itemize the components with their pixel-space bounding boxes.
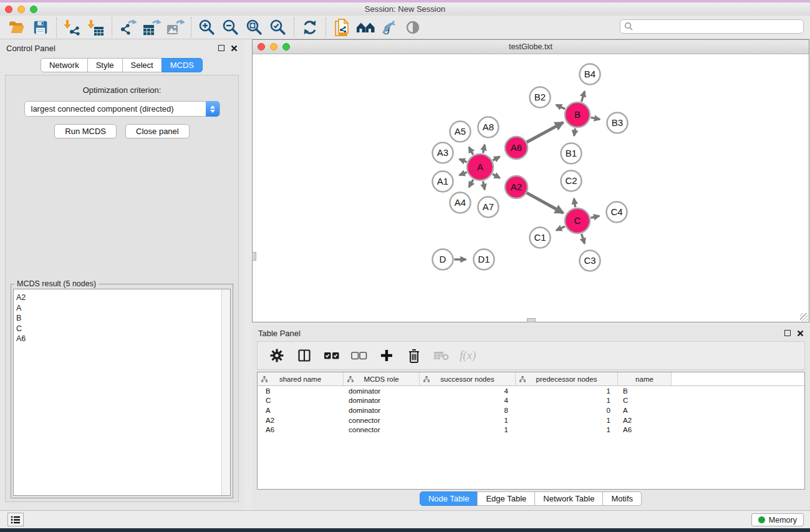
memory-button[interactable]: Memory bbox=[751, 513, 804, 526]
tab-network-table[interactable]: Network Table bbox=[534, 491, 603, 506]
columns-icon[interactable] bbox=[295, 346, 314, 365]
search-box[interactable] bbox=[620, 19, 804, 34]
graph-edge-A-A1[interactable] bbox=[460, 172, 467, 175]
graph-edge-C-C3[interactable] bbox=[582, 234, 585, 244]
table-cell[interactable]: B bbox=[618, 387, 672, 395]
column-header-shared-name[interactable]: shared name bbox=[258, 372, 344, 385]
result-list-item[interactable]: C bbox=[16, 324, 230, 334]
tab-node-table[interactable]: Node Table bbox=[420, 491, 478, 506]
graph-edge-A-A7[interactable] bbox=[483, 181, 485, 190]
graph-node-C1[interactable]: C1 bbox=[530, 228, 551, 248]
tab-mcds[interactable]: MCDS bbox=[162, 58, 203, 72]
table-cell[interactable]: connector bbox=[344, 426, 420, 433]
graph-node-C[interactable]: C bbox=[565, 208, 590, 233]
search-input[interactable] bbox=[636, 22, 803, 31]
table-cell[interactable]: dominator bbox=[344, 407, 420, 414]
float-table-panel-icon[interactable] bbox=[784, 330, 791, 336]
graph-node-B3[interactable]: B3 bbox=[607, 113, 628, 133]
table-cell[interactable]: 4 bbox=[420, 387, 516, 395]
tab-select[interactable]: Select bbox=[122, 58, 162, 72]
table-cell[interactable]: 4 bbox=[420, 397, 516, 404]
column-header-MCDS-role[interactable]: MCDS role bbox=[344, 372, 420, 385]
graph-node-A6[interactable]: A6 bbox=[505, 137, 528, 159]
run-mcds-button[interactable]: Run MCDS bbox=[54, 124, 117, 138]
table-cell[interactable]: 1 bbox=[516, 417, 618, 424]
export-network-icon[interactable] bbox=[116, 17, 140, 38]
open-session-icon[interactable] bbox=[330, 17, 354, 38]
clear-table-icon[interactable] bbox=[432, 346, 451, 365]
table-cell[interactable]: 1 bbox=[516, 426, 618, 433]
result-list-item[interactable]: A6 bbox=[16, 334, 230, 344]
graph-node-A[interactable]: A bbox=[467, 154, 493, 180]
add-column-icon[interactable] bbox=[377, 346, 396, 365]
zoom-fit-icon[interactable] bbox=[243, 17, 266, 38]
table-cell[interactable]: dominator bbox=[344, 387, 420, 395]
table-cell[interactable]: A2 bbox=[258, 417, 344, 424]
import-table-icon[interactable] bbox=[84, 17, 108, 38]
graph-edge-A-A5[interactable] bbox=[469, 147, 473, 155]
graph-node-B2[interactable]: B2 bbox=[530, 87, 551, 108]
graph-node-D[interactable]: D bbox=[433, 249, 453, 270]
column-header-successor-nodes[interactable]: successor nodes bbox=[420, 372, 516, 385]
network-left-scrollbar[interactable] bbox=[252, 252, 256, 261]
graph-edge-A-A2[interactable] bbox=[493, 174, 500, 178]
network-bottom-scrollbar[interactable] bbox=[527, 318, 536, 322]
graph-node-A2[interactable]: A2 bbox=[505, 176, 528, 198]
table-cell[interactable]: A bbox=[258, 407, 344, 414]
table-cell[interactable]: A bbox=[618, 407, 672, 414]
graph-node-C3[interactable]: C3 bbox=[580, 251, 600, 271]
table-cell[interactable]: A6 bbox=[258, 426, 344, 433]
toggle-graphics-details-icon[interactable]: g bbox=[377, 17, 401, 38]
select-all-icon[interactable] bbox=[322, 346, 341, 365]
graph-edge-C-C1[interactable] bbox=[556, 226, 565, 230]
graph-edge-C-C2[interactable] bbox=[574, 198, 575, 207]
table-cell[interactable]: 8 bbox=[420, 407, 516, 414]
graph-edge-C-C4[interactable] bbox=[591, 216, 599, 218]
graph-node-A3[interactable]: A3 bbox=[433, 143, 453, 163]
close-panel-button[interactable]: Close panel bbox=[125, 124, 190, 138]
network-window-titlebar[interactable]: testGlobe.txt bbox=[253, 40, 809, 54]
close-table-panel-icon[interactable] bbox=[797, 330, 804, 337]
deselect-all-icon[interactable] bbox=[350, 346, 369, 365]
tab-motifs[interactable]: Motifs bbox=[602, 491, 642, 506]
graph-edge-A2-C[interactable] bbox=[527, 193, 564, 213]
show-hide-icon[interactable] bbox=[401, 17, 425, 38]
gear-icon[interactable] bbox=[268, 346, 286, 365]
table-cell[interactable]: C bbox=[258, 397, 344, 404]
result-list-item[interactable]: B bbox=[16, 313, 230, 324]
zoom-out-icon[interactable] bbox=[219, 17, 243, 38]
graph-edge-B-B3[interactable] bbox=[591, 117, 600, 119]
mcds-result-list[interactable]: A2ABCA6 bbox=[13, 289, 231, 496]
column-header-predecessor-nodes[interactable]: predecessor nodes bbox=[516, 372, 618, 385]
column-header-name[interactable]: name bbox=[618, 372, 672, 385]
zoom-in-icon[interactable] bbox=[195, 17, 219, 38]
graph-node-C4[interactable]: C4 bbox=[607, 202, 627, 223]
graph-edge-A-A6[interactable] bbox=[493, 157, 499, 160]
export-image-icon[interactable] bbox=[163, 17, 187, 38]
task-history-button[interactable] bbox=[7, 513, 24, 526]
table-cell[interactable]: 0 bbox=[516, 407, 618, 414]
graph-node-A7[interactable]: A7 bbox=[478, 197, 499, 218]
table-cell[interactable]: A2 bbox=[618, 417, 672, 424]
result-list-item[interactable]: A2 bbox=[16, 293, 230, 303]
graph-node-B4[interactable]: B4 bbox=[580, 64, 600, 85]
function-builder-icon[interactable]: f(x) bbox=[460, 349, 476, 362]
table-cell[interactable]: dominator bbox=[344, 397, 420, 404]
table-row[interactable]: A2connector11A2 bbox=[258, 415, 804, 425]
graph-edge-A-A3[interactable] bbox=[460, 159, 467, 162]
graph-edge-A-A4[interactable] bbox=[469, 180, 473, 187]
table-row[interactable]: Bdominator41B bbox=[258, 386, 804, 396]
graph-edge-B-B4[interactable] bbox=[581, 91, 584, 102]
table-cell[interactable]: 1 bbox=[420, 417, 516, 424]
table-cell[interactable]: 1 bbox=[420, 426, 516, 433]
table-body[interactable]: Bdominator41BCdominator41CAdominator80AA… bbox=[258, 386, 804, 435]
graph-node-B1[interactable]: B1 bbox=[561, 143, 582, 164]
tab-style[interactable]: Style bbox=[87, 58, 123, 72]
float-panel-icon[interactable] bbox=[218, 45, 224, 51]
graph-node-A5[interactable]: A5 bbox=[450, 122, 471, 142]
graph-node-C2[interactable]: C2 bbox=[561, 171, 582, 191]
close-panel-icon[interactable] bbox=[231, 45, 238, 52]
zoom-selected-icon[interactable] bbox=[266, 17, 290, 38]
save-session-icon[interactable] bbox=[29, 17, 52, 38]
table-cell[interactable]: C bbox=[618, 397, 672, 404]
